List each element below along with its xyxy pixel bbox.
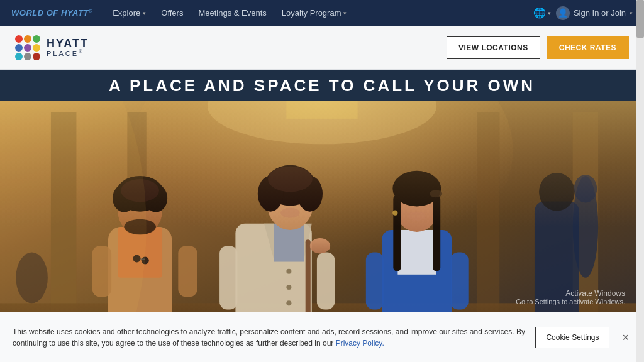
svg-rect-54: [450, 252, 468, 309]
svg-rect-26: [178, 246, 197, 297]
chevron-down-icon: ▾: [143, 10, 146, 16]
dot-red: [15, 35, 23, 43]
svg-rect-53: [366, 252, 384, 309]
dot-purple: [24, 44, 31, 52]
dot-teal: [15, 53, 23, 60]
hero-title: A PLACE AND SPACE TO CALL YOUR OWN: [109, 76, 535, 96]
top-navigation: WORLD OF HYATT® Explore ▾ Offers Meeting…: [0, 0, 644, 26]
language-selector[interactable]: 🌐 ▾: [534, 8, 551, 19]
scrollbar-thumb[interactable]: [636, 0, 644, 38]
logo-dots: [15, 35, 40, 60]
dot-darkred: [33, 53, 40, 60]
hyatt-text: HYATT: [47, 38, 89, 49]
dot-gray: [24, 53, 31, 60]
svg-rect-42: [219, 246, 237, 309]
hyatt-place-text: HYATT PLACE®: [47, 38, 89, 57]
offers-label: Offers: [161, 8, 183, 18]
cookie-text: This website uses cookies and other tech…: [13, 326, 525, 349]
brand-sup: ®: [89, 8, 92, 14]
dot-blue: [15, 44, 23, 52]
svg-point-31: [286, 285, 291, 290]
dot-orange: [24, 35, 31, 43]
hero-banner: A PLACE AND SPACE TO CALL YOUR OWN: [0, 70, 644, 101]
hyatt-place-logo: HYATT PLACE®: [15, 35, 89, 60]
scrollbar[interactable]: [636, 0, 644, 362]
chevron-down-icon: ▾: [343, 10, 347, 16]
brand-logo[interactable]: WORLD OF HYATT®: [11, 8, 92, 18]
globe-icon: 🌐: [534, 8, 545, 19]
view-locations-button[interactable]: VIEW LOCATIONS: [447, 36, 540, 59]
loyalty-label: Loyalty Program: [282, 8, 341, 18]
svg-rect-43: [317, 252, 335, 309]
hotel-header-bar: HYATT PLACE® VIEW LOCATIONS CHECK RATES: [0, 26, 644, 70]
meetings-label: Meetings & Events: [198, 8, 266, 18]
user-icon: 👤: [556, 6, 570, 20]
nav-item-explore[interactable]: Explore ▾: [105, 0, 153, 26]
cookie-settings-button[interactable]: Cookie Settings: [535, 327, 609, 348]
dot-green: [33, 35, 40, 43]
close-cookie-button[interactable]: ×: [619, 332, 631, 343]
privacy-policy-link[interactable]: Privacy Policy.: [336, 339, 384, 348]
cookie-banner: This website uses cookies and other tech…: [0, 312, 644, 362]
sign-in-label: Sign In or Join: [574, 8, 626, 18]
place-text: PLACE®: [47, 49, 89, 57]
svg-point-32: [286, 300, 291, 305]
brand-text: WORLD OF HYATT: [11, 8, 89, 18]
dot-yellow: [33, 44, 40, 52]
svg-point-30: [286, 269, 291, 274]
nav-item-offers[interactable]: Offers: [153, 0, 191, 26]
svg-rect-45: [397, 230, 436, 275]
nav-item-meetings[interactable]: Meetings & Events: [191, 0, 274, 26]
nav-item-loyalty[interactable]: Loyalty Program ▾: [274, 0, 355, 26]
svg-point-55: [310, 238, 330, 253]
sign-in-area[interactable]: 👤 Sign In or Join ▾: [556, 6, 633, 20]
chevron-down-icon: ▾: [630, 10, 633, 16]
chevron-down-icon: ▾: [548, 10, 551, 16]
check-rates-button[interactable]: CHECK RATES: [547, 36, 629, 59]
explore-label: Explore: [113, 8, 140, 18]
